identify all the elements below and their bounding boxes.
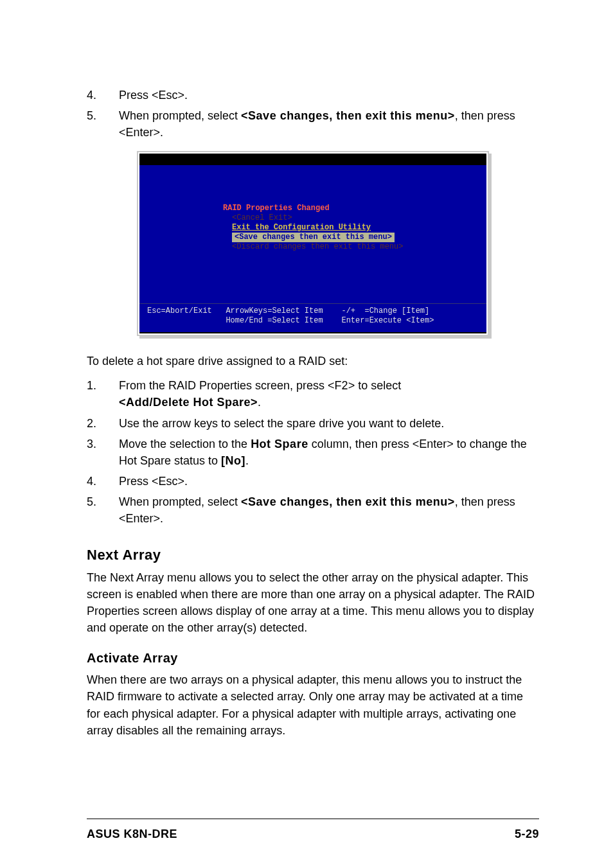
footer-right: 5-29 [515, 826, 539, 842]
step-4a: Press <Esc>. [87, 87, 539, 103]
step-text-tail: . [245, 454, 249, 467]
step-bold: Hot Spare [251, 438, 308, 450]
step-text: Press <Esc>. [119, 89, 188, 102]
step-bold: <Save changes, then exit this menu> [241, 495, 455, 508]
step-text-tail: . [258, 396, 261, 409]
bios-footer: Esc=Abort/Exit ArrowKeys=Select Item -/+… [139, 303, 486, 332]
bios-body: RAID Properties Changed <Cancel Exit> Ex… [139, 165, 486, 303]
del-step-3: Move the selection to the Hot Spare colu… [87, 436, 539, 469]
bios-heading: RAID Properties Changed [223, 204, 486, 213]
del-step-4: Press <Esc>. [87, 473, 539, 490]
step-text: When prompted, select [119, 495, 241, 508]
body-activate-array: When there are two arrays on a physical … [87, 671, 539, 738]
step-5a: When prompted, select <Save changes, the… [87, 107, 539, 141]
bios-option-cancel: <Cancel Exit> [232, 213, 486, 223]
heading-activate-array: Activate Array [87, 649, 539, 668]
body-next-array: The Next Array menu allows you to select… [87, 569, 539, 636]
del-step-1: From the RAID Properties screen, press <… [87, 377, 539, 411]
step-text: When prompted, select [119, 109, 241, 122]
del-step-2: Use the arrow keys to select the spare d… [87, 415, 539, 432]
bios-option-exit: Exit the Configuration Utility [232, 223, 486, 233]
delete-intro: To delete a hot spare drive assigned to … [87, 353, 539, 369]
step-bold: <Save changes, then exit this menu> [241, 109, 455, 122]
heading-next-array: Next Array [87, 545, 539, 565]
footer-left: ASUS K8N-DRE [87, 826, 177, 842]
del-step-5: When prompted, select <Save changes, the… [87, 493, 539, 527]
bios-titlebar [139, 154, 486, 165]
page-footer: ASUS K8N-DRE 5-29 [87, 819, 539, 842]
step-text: Move the selection to the [119, 438, 251, 450]
bios-option-discard: <Discard changes then exit this menu> [232, 242, 486, 252]
step-text: Use the arrow keys to select the spare d… [119, 417, 444, 430]
step-bold: <Add/Delete Hot Spare> [119, 396, 258, 409]
step-text: Press <Esc>. [119, 475, 188, 488]
bios-bottom-edge [139, 332, 486, 333]
step-bold-2: [No] [221, 454, 245, 467]
step-text: From the RAID Properties screen, press <… [119, 379, 401, 392]
bios-option-save: <Save changes then exit this menu> [232, 233, 486, 242]
bios-screenshot: RAID Properties Changed <Cancel Exit> Ex… [138, 152, 488, 335]
bios-option-save-text: <Save changes then exit this menu> [232, 233, 395, 242]
